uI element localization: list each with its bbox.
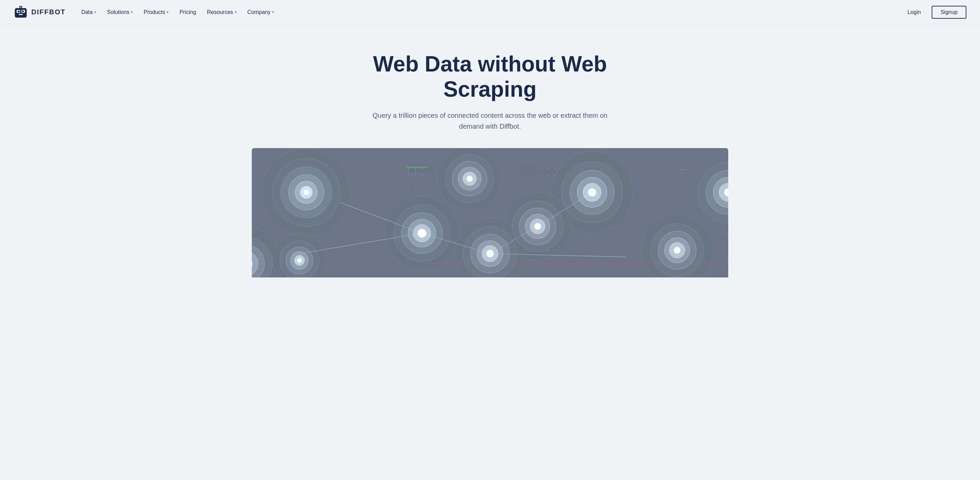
- svg-point-30: [547, 182, 549, 183]
- svg-point-18: [414, 182, 416, 183]
- nav-item-data: Data ▾: [76, 6, 101, 18]
- svg-rect-136: [684, 169, 685, 170]
- navbar: DIFFBOT Data ▾ Solutions ▾ Products ▾: [0, 0, 980, 24]
- nav-item-pricing: Pricing: [175, 6, 201, 18]
- chevron-down-icon: ▾: [94, 10, 96, 14]
- svg-rect-137: [687, 167, 688, 168]
- chevron-down-icon: ▾: [235, 10, 237, 14]
- signup-button[interactable]: Signup: [932, 6, 966, 19]
- svg-point-123: [674, 247, 681, 254]
- svg-point-16: [421, 175, 423, 176]
- svg-point-75: [304, 190, 309, 195]
- nav-item-solutions: Solutions ▾: [102, 6, 137, 18]
- nav-link-data[interactable]: Data ▾: [76, 6, 101, 18]
- svg-point-25: [554, 168, 555, 169]
- svg-point-33: [547, 188, 549, 190]
- hero-section: Web Data without Web Scraping Query a tr…: [0, 24, 980, 298]
- svg-rect-134: [422, 168, 422, 173]
- svg-point-15: [414, 175, 416, 176]
- svg-point-93: [417, 229, 426, 238]
- chevron-down-icon: ▾: [272, 10, 274, 14]
- nav-link-products[interactable]: Products ▾: [139, 6, 173, 18]
- network-svg: [252, 148, 728, 277]
- svg-rect-138: [682, 172, 683, 174]
- svg-rect-0: [15, 8, 27, 18]
- nav-item-company: Company ▾: [243, 6, 279, 18]
- nav-link-company[interactable]: Company ▾: [243, 6, 279, 18]
- chevron-down-icon: ▾: [131, 10, 133, 14]
- svg-point-105: [486, 250, 494, 257]
- nav-link-solutions[interactable]: Solutions ▾: [102, 6, 137, 18]
- nav-right: Login Signup: [902, 6, 966, 19]
- svg-point-8: [19, 5, 21, 7]
- svg-point-14: [408, 175, 409, 176]
- nav-left: DIFFBOT Data ▾ Solutions ▾ Products ▾: [14, 5, 279, 19]
- hero-image: [252, 148, 728, 277]
- hero-subheadline: Query a trillion pieces of connected con…: [361, 110, 619, 132]
- nav-link-resources[interactable]: Resources ▾: [202, 6, 241, 18]
- svg-rect-133: [415, 168, 415, 173]
- svg-point-26: [540, 175, 542, 176]
- svg-point-111: [534, 223, 541, 230]
- logo-link[interactable]: DIFFBOT: [14, 5, 66, 19]
- hero-headline: Web Data without Web Scraping: [337, 52, 643, 102]
- svg-point-27: [547, 175, 549, 176]
- svg-point-99: [466, 175, 473, 182]
- svg-point-24: [547, 168, 549, 169]
- nav-item-resources: Resources ▾: [202, 6, 241, 18]
- chevron-down-icon: ▾: [167, 10, 169, 14]
- svg-point-29: [540, 182, 542, 183]
- svg-rect-131: [407, 174, 427, 174]
- svg-point-21: [414, 188, 416, 190]
- svg-point-22: [421, 188, 423, 190]
- nav-item-products: Products ▾: [139, 6, 173, 18]
- svg-rect-135: [681, 169, 682, 170]
- nav-link-pricing[interactable]: Pricing: [175, 6, 201, 18]
- svg-rect-3: [18, 10, 19, 12]
- logo-text: DIFFBOT: [31, 8, 66, 16]
- svg-rect-130: [407, 167, 427, 168]
- svg-point-17: [408, 182, 409, 183]
- login-button[interactable]: Login: [902, 6, 926, 18]
- svg-point-20: [408, 188, 409, 190]
- svg-rect-5: [19, 14, 23, 15]
- svg-point-117: [588, 188, 596, 196]
- svg-rect-4: [22, 10, 24, 12]
- svg-point-32: [540, 188, 542, 190]
- svg-point-87: [297, 258, 302, 263]
- network-visualization: [252, 148, 728, 277]
- nav-menu: Data ▾ Solutions ▾ Products ▾ Pricing: [76, 6, 279, 18]
- svg-rect-132: [408, 168, 409, 173]
- svg-point-19: [421, 182, 423, 183]
- svg-point-23: [540, 168, 542, 169]
- svg-point-9: [21, 5, 22, 7]
- diffbot-logo-icon: [14, 5, 28, 19]
